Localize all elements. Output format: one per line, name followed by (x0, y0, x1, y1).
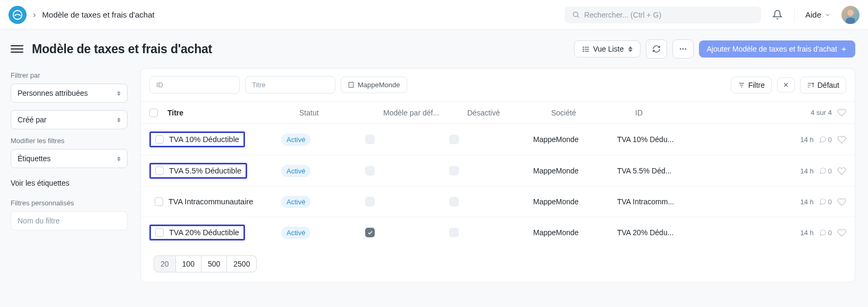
col-company[interactable]: Société (551, 109, 631, 117)
close-icon (782, 81, 789, 88)
svg-point-12 (685, 48, 686, 50)
add-button[interactable]: Ajouter Modèle de taxes et frais d'achat (699, 40, 855, 57)
company-filter-chip[interactable]: MappeMonde (341, 77, 407, 93)
row-comments[interactable]: 0 (819, 198, 832, 206)
disabled-checkbox (449, 166, 459, 176)
page-size-2500[interactable]: 2500 (227, 255, 257, 272)
status-badge: Activé (281, 227, 310, 239)
id-filter-input[interactable] (149, 76, 240, 94)
sort-icon (807, 81, 814, 89)
modify-filters-label: Modifier les filtres (11, 137, 128, 145)
view-tags-link[interactable]: Voir les étiquettes (11, 176, 128, 190)
disabled-checkbox (449, 228, 459, 237)
row-title[interactable]: TVA 10% Déductible (169, 135, 239, 144)
row-id: TVA Intracomm... (617, 197, 718, 206)
filter-icon (738, 81, 745, 89)
row-company: MappeMonde (533, 135, 613, 144)
avatar[interactable] (841, 6, 859, 24)
chevron-right-icon: › (33, 10, 36, 20)
table-row[interactable]: TVA 10% DéductibleActivéMappeMondeTVA 10… (141, 124, 855, 155)
svg-point-11 (682, 48, 684, 50)
status-badge: Activé (281, 134, 310, 146)
search-icon (572, 11, 580, 19)
sort-arrows-icon (117, 118, 121, 122)
disabled-checkbox (449, 135, 459, 144)
filter-by-label: Filtrer par (11, 71, 128, 79)
row-checkbox[interactable] (155, 135, 164, 144)
svg-point-2 (847, 10, 854, 16)
refresh-icon (652, 45, 661, 53)
status-badge: Activé (281, 165, 310, 177)
app-logo[interactable] (9, 6, 27, 24)
sort-button[interactable]: Défaut (800, 77, 846, 94)
filter-button-label: Filtre (748, 81, 765, 89)
heart-icon[interactable] (837, 228, 846, 237)
notifications-button[interactable] (768, 5, 788, 25)
col-default[interactable]: Modèle par déf... (383, 109, 463, 117)
row-comments[interactable]: 0 (819, 229, 832, 237)
page-size-100[interactable]: 100 (176, 255, 201, 272)
title-filter-input[interactable] (245, 76, 335, 94)
svg-point-1 (573, 12, 578, 17)
assigned-filter[interactable]: Personnes attribuées (11, 84, 128, 103)
page-size-500[interactable]: 500 (201, 255, 227, 272)
row-comments[interactable]: 0 (819, 167, 832, 175)
table-row[interactable]: TVA IntracommunautaireActivéMappeMondeTV… (141, 187, 855, 217)
row-checkbox[interactable] (155, 228, 164, 237)
help-button[interactable]: Aide (801, 7, 835, 22)
help-label: Aide (805, 10, 821, 19)
col-title[interactable]: Titre (167, 109, 295, 117)
row-age: 14 h (800, 136, 813, 144)
heart-icon[interactable] (837, 108, 846, 117)
table-row[interactable]: TVA 5.5% DéductibleActivéMappeMondeTVA 5… (141, 155, 855, 187)
heart-icon[interactable] (837, 135, 846, 144)
clear-filter-button[interactable] (777, 77, 795, 93)
row-age: 14 h (800, 229, 813, 237)
filter-button[interactable]: Filtre (731, 77, 772, 94)
status-badge: Activé (281, 196, 310, 208)
col-status[interactable]: Statut (299, 109, 379, 117)
heart-icon[interactable] (837, 167, 846, 176)
tags-filter[interactable]: Étiquettes (11, 149, 128, 168)
heart-icon[interactable] (837, 197, 846, 206)
row-title[interactable]: TVA Intracommunautaire (168, 197, 253, 206)
comment-icon (819, 167, 827, 175)
page-size-20[interactable]: 20 (154, 255, 176, 272)
filter-bar: MappeMonde Filtre Défaut (141, 69, 855, 102)
plus-icon (840, 46, 847, 53)
menu-icon[interactable] (11, 43, 23, 55)
created-by-filter[interactable]: Créé par (11, 110, 128, 129)
comment-icon (819, 136, 827, 143)
refresh-button[interactable] (646, 39, 667, 59)
custom-filters-label: Filtres personnalisés (11, 199, 128, 207)
sort-arrows-icon (117, 156, 121, 161)
sort-arrows-icon (628, 46, 633, 52)
top-navbar: › Modèle de taxes et frais d'achat Aide (0, 0, 868, 30)
more-menu-button[interactable] (672, 39, 694, 59)
row-id: TVA 10% Dédu... (617, 135, 718, 144)
dots-icon (679, 45, 687, 53)
view-switcher-button[interactable]: Vue Liste (574, 40, 641, 57)
select-all-checkbox[interactable] (149, 109, 158, 117)
row-title[interactable]: TVA 5.5% Déductible (169, 167, 241, 175)
search-input[interactable] (584, 11, 754, 19)
search-box[interactable] (564, 6, 761, 23)
col-disabled[interactable]: Désactivé (467, 109, 547, 117)
table-row[interactable]: TVA 20% DéductibleActivéMappeMondeTVA 20… (141, 217, 855, 248)
row-checkbox[interactable] (155, 167, 164, 175)
row-title[interactable]: TVA 20% Déductible (169, 228, 239, 237)
filter-name-input[interactable] (11, 211, 128, 230)
row-company: MappeMonde (533, 228, 613, 237)
breadcrumb[interactable]: Modèle de taxes et frais d'achat (42, 10, 154, 19)
svg-rect-13 (349, 82, 353, 88)
col-id[interactable]: ID (635, 109, 736, 117)
bell-icon (772, 10, 782, 20)
row-comments[interactable]: 0 (819, 136, 832, 144)
company-chip-label: MappeMonde (358, 81, 400, 89)
comment-icon (819, 198, 827, 205)
row-checkbox[interactable] (155, 197, 163, 206)
add-button-label: Ajouter Modèle de taxes et frais d'achat (707, 45, 837, 53)
row-age: 14 h (800, 167, 813, 175)
svg-rect-3 (846, 18, 855, 24)
row-company: MappeMonde (533, 197, 613, 206)
